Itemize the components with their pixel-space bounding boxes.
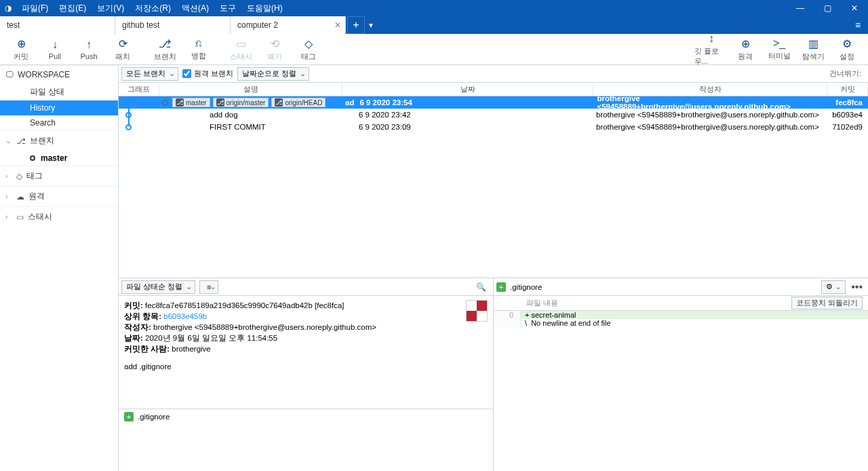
tab-github-test[interactable]: github test [115, 16, 231, 34]
all-branches-dropdown[interactable]: 모든 브랜치 [121, 67, 178, 81]
gitflow-button[interactable]: ↕깃 플로우... [694, 35, 728, 64]
branch-section[interactable]: ⌄ ⎇ 브랜치 [0, 130, 118, 151]
tag-icon: ◇ [16, 172, 22, 181]
maximize-icon[interactable]: ▢ [814, 2, 841, 14]
diff-toolbar: + .gitignore ⚙ ••• [494, 278, 868, 296]
diff-panel: + .gitignore ⚙ ••• 파일 내용 코드뭉치 되돌리기 0 + s [494, 278, 868, 471]
close-icon[interactable]: ✕ [841, 2, 868, 14]
sort-dropdown[interactable]: 날짜순으로 정렬 [237, 67, 309, 81]
terminal-button[interactable]: >_터미널 [762, 35, 796, 64]
explorer-button[interactable]: ▥탐색기 [796, 35, 830, 64]
btn-label: 원격 [738, 52, 753, 62]
commit-hash: fec8fca [827, 98, 868, 107]
detail-panels: 파일 상태순 정렬 ≡ 🔍 커밋: fec8fca7e6785189a219d3… [119, 278, 868, 471]
diff-line: \ No newline at end of file [521, 319, 868, 327]
parent-label: 상위 항목: [124, 312, 161, 320]
sidebar-item-filestatus[interactable]: 파일 상태 [0, 83, 118, 100]
menubar: 파일(F) 편집(E) 보기(V) 저장소(R) 액션(A) 도구 도움말(H) [16, 3, 288, 14]
more-icon[interactable]: ••• [848, 281, 865, 293]
tag-icon: ◇ [304, 37, 313, 50]
remote-branches-checkbox[interactable]: 원격 브랜치 [182, 69, 233, 79]
minimize-icon[interactable]: — [787, 2, 814, 14]
view-mode-button[interactable]: ≡ [199, 280, 218, 294]
col-commit[interactable]: 커밋 [827, 83, 868, 96]
col-author[interactable]: 작성자 [593, 83, 827, 96]
committer-value: brothergive [172, 345, 211, 353]
menu-tools[interactable]: 도구 [214, 3, 241, 14]
revert-hunk-button[interactable]: 코드뭉치 되돌리기 [791, 297, 863, 309]
col-graph[interactable]: 그래프 [119, 83, 159, 96]
remote-button[interactable]: ⊕원격 [728, 35, 762, 64]
menu-repo[interactable]: 저장소(R) [130, 3, 176, 14]
branch-icon: ⎇ [159, 37, 171, 50]
tag-section[interactable]: › ◇ 태그 [0, 166, 118, 186]
toolbar: ⊕커밋 ↓Pull ↑Push ⟳패치 ⎇브랜치 ⎌병합 ▭스태시 ⟲폐기 ◇태… [0, 34, 868, 65]
branch-button[interactable]: ⎇브랜치 [148, 35, 182, 64]
stash-button: ▭스태시 [224, 35, 258, 64]
commit-message: add .gitignore [124, 361, 488, 372]
workspace-section[interactable]: 🖵 WORKSPACE [0, 65, 118, 83]
btn-label: Push [80, 52, 97, 60]
branch-tag-origin-master[interactable]: ⎇origin/master [213, 98, 269, 107]
menu-help[interactable]: 도움말(H) [241, 3, 288, 14]
commit-row[interactable]: add dog 6 9 2020 23:42 brothergive <5945… [119, 109, 868, 121]
stash-icon: ▭ [236, 37, 246, 50]
file-sort-dropdown[interactable]: 파일 상태순 정렬 [121, 280, 195, 294]
branch-tag-origin-head[interactable]: ⎇origin/HEAD [271, 98, 326, 107]
commit-row[interactable]: FIRST COMMIT 6 9 2020 23:09 brothergive … [119, 121, 868, 133]
fetch-icon: ⟳ [119, 37, 127, 50]
branch-dot-icon [30, 155, 35, 161]
menu-file[interactable]: 파일(F) [16, 3, 54, 14]
commit-grid: ⎇master ⎇origin/master ⎇origin/HEAD ad 6… [119, 96, 868, 278]
cloud-icon: ☁ [16, 192, 24, 202]
head-marker-icon [162, 100, 168, 106]
pull-button[interactable]: ↓Pull [38, 35, 72, 64]
stash-section[interactable]: › ▭ 스태시 [0, 206, 118, 227]
commit-date: 6 9 2020 23:09 [356, 123, 593, 131]
push-button[interactable]: ↑Push [72, 35, 106, 64]
diff-line-add[interactable]: + secret-animal [521, 311, 868, 319]
sidebar-item-search[interactable]: Search [0, 115, 118, 130]
menu-edit[interactable]: 편집(E) [54, 3, 92, 14]
tab-menu-dropdown[interactable]: ▾ [365, 16, 377, 34]
remote-section[interactable]: › ☁ 원격 [0, 186, 118, 206]
menu-view[interactable]: 보기(V) [92, 3, 130, 14]
remote-label: 원격 [28, 191, 45, 202]
diff-settings-button[interactable]: ⚙ [821, 280, 846, 294]
remote-branches-input[interactable] [182, 69, 191, 78]
tab-close-icon[interactable]: ✕ [334, 20, 341, 30]
tab-test[interactable]: test [0, 16, 115, 34]
parent-link[interactable]: b6093e459b [163, 312, 207, 320]
commit-button[interactable]: ⊕커밋 [4, 35, 38, 64]
filter-bar: 모든 브랜치 원격 브랜치 날짜순으로 정렬 건너뛰기: [119, 65, 868, 83]
branch-name: master [41, 153, 67, 163]
fetch-button[interactable]: ⟳패치 [106, 35, 140, 64]
discard-icon: ⟲ [271, 37, 279, 50]
grid-header: 그래프 설명 날짜 작성자 커밋 [119, 83, 868, 96]
sidebar-item-history[interactable]: History [0, 100, 118, 115]
menu-action[interactable]: 액션(A) [176, 3, 214, 14]
btn-label: 브랜치 [154, 52, 176, 62]
detail-toolbar: 파일 상태순 정렬 ≡ 🔍 [119, 278, 493, 296]
tab-computer-2[interactable]: computer 2 ✕ [231, 16, 346, 34]
commit-row[interactable]: ⎇master ⎇origin/master ⎇origin/HEAD ad 6… [119, 96, 868, 109]
col-date[interactable]: 날짜 [342, 83, 593, 96]
tag-button[interactable]: ◇태그 [292, 35, 326, 64]
tag-text: origin/master [226, 99, 266, 107]
branch-icon: ⎇ [16, 136, 26, 146]
branch-tag-master[interactable]: ⎇master [172, 98, 210, 107]
merge-button[interactable]: ⎌병합 [182, 35, 216, 64]
btn-label: 탐색기 [802, 52, 825, 62]
chevron-right-icon: › [5, 193, 14, 200]
btn-label: 패치 [115, 52, 130, 62]
search-icon[interactable]: 🔍 [476, 282, 490, 292]
hamburger-icon[interactable]: ≡ [848, 16, 868, 34]
add-tab-button[interactable]: + [347, 16, 365, 34]
col-desc[interactable]: 설명 [159, 83, 342, 96]
changed-file[interactable]: + .gitignore [119, 409, 493, 424]
settings-button[interactable]: ⚙설정 [830, 35, 864, 64]
btn-label: 커밋 [14, 52, 28, 62]
commit-desc: FIRST COMMIT [159, 123, 356, 131]
gitflow-icon: ↕ [709, 33, 714, 45]
branch-master[interactable]: master [0, 151, 118, 166]
